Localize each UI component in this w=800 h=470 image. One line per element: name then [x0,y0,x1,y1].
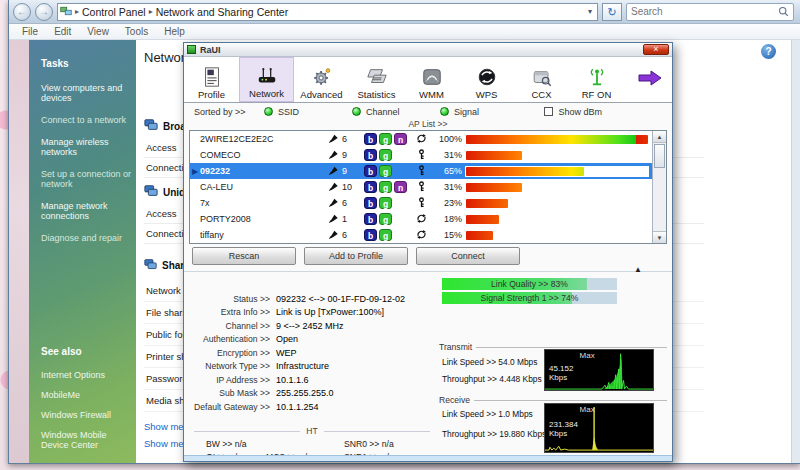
receive-link-speed: Link Speed >> 1.0 Mbps [442,409,544,419]
sort-led-icon [264,107,273,116]
toolbar-item[interactable]: RF ON [569,57,624,102]
breadcrumb[interactable]: ▸ Control Panel ▸ Network and Sharing Ce… [57,3,598,21]
ap-row[interactable]: 7x6bg23% [190,195,652,211]
see-also-link[interactable]: Windows Mobile Device Center [29,425,136,455]
wps-icon [476,65,498,89]
sort-option-label: SSID [278,107,299,117]
status-field-label: Network Type >> [186,361,270,371]
sort-option[interactable]: Signal [440,107,528,117]
status-field-value: Link is Up [TxPower:100%] [276,307,384,317]
ap-row[interactable]: CA-LEU10bgn31% [190,179,652,195]
toolbar-item[interactable]: WPS [459,57,514,102]
scroll-up-icon[interactable]: ▲ [653,131,666,143]
ap-row[interactable]: COMECO9bg31% [190,147,652,163]
forward-button[interactable]: → [35,3,53,21]
scroll-down-icon[interactable]: ▼ [653,231,666,243]
sort-option[interactable]: SSID [264,107,352,117]
toolbar-item[interactable]: Advanced [294,57,349,102]
search-icon[interactable] [778,3,789,21]
ht-bw: BW >> n/a [186,439,266,452]
status-field-value: 10.1.1.254 [276,402,319,412]
ap-row[interactable]: 2WIRE12CE2E2C6bgn100% [190,131,652,147]
see-also-section: See also Internet OptionsMobileMeWindows… [29,328,136,455]
ap-buttons-row: Rescan Add to Profile Connect [192,247,520,265]
security-key-icon [416,181,436,194]
status-field-value: Open [276,334,298,344]
toolbar-item[interactable]: Statistics [349,57,404,102]
show-dbm-label: Show dBm [558,107,602,117]
toolbar-item[interactable]: WMM [404,57,459,102]
ap-ssid: PORTY2008 [200,214,328,224]
ap-row[interactable]: PORTY20081bg18% [190,211,652,227]
ap-channel-number: 6 [342,134,347,144]
sidebar-task-link[interactable]: Diagnose and repair [29,227,136,249]
status-field: Network Type >> Infrastructure [186,360,438,374]
menu-item[interactable]: Tools [118,25,155,38]
toolbar-item[interactable]: CCX [514,57,569,102]
transmit-chart-max-unit: Kbps [549,373,567,382]
ap-row[interactable]: ▶0922329bg65% [190,163,652,179]
window-glass-frame [9,40,29,463]
sort-option[interactable]: Channel [352,107,440,117]
close-button[interactable]: × [643,44,669,55]
rescan-button[interactable]: Rescan [192,247,296,265]
refresh-button[interactable]: ↻ [602,3,622,21]
selected-row-marker: ▶ [190,167,200,176]
ap-row[interactable]: tiffany6bg15% [190,227,652,243]
toolbar-item-label: WPS [476,89,498,100]
link-quality-text: Link Quality >> 83% [442,278,617,290]
breadcrumb-dropdown-icon[interactable]: ▾ [585,7,595,16]
collapse-panel-button[interactable]: ▲ [622,265,654,274]
ap-list-rows: 2WIRE12CE2E2C6bgn100%COMECO9bg31%▶092232… [190,131,652,243]
receive-throughput: Throughput >> 19.880 Kbps [442,429,544,439]
signal-percent: 65% [436,166,466,176]
dialog-title: RaUI [200,45,221,55]
add-to-profile-button[interactable]: Add to Profile [304,247,408,265]
breadcrumb-chevron-icon: ▸ [75,7,79,16]
show-dbm-checkbox[interactable] [544,107,553,116]
status-field: Encryption >> WEP [186,346,438,360]
menu-item[interactable]: Edit [47,25,78,38]
scrollbar-thumb[interactable] [654,144,665,168]
signal-bar [466,183,648,192]
tasks-list: View computers and devicesConnect to a n… [29,77,136,249]
menu-item[interactable]: View [80,25,116,38]
ap-channel-number: 1 [342,214,347,224]
mode-b-badge: b [364,149,377,161]
search-input[interactable] [631,6,778,17]
main-scrollbar[interactable] [791,40,800,463]
sidebar-task-link[interactable]: Manage network connections [29,195,136,227]
status-field-label: Encryption >> [186,348,270,358]
sidebar-task-link[interactable]: Set up a connection or network [29,163,136,195]
menu-item[interactable]: File [15,25,45,38]
channel-icon [328,133,339,146]
sidebar-task-link[interactable]: Connect to a network [29,109,136,131]
dialog-bottom-strip [184,455,672,461]
toolbar-item[interactable]: Profile [184,57,239,102]
breadcrumb-root[interactable]: Control Panel [82,6,146,18]
channel-icon [328,149,339,162]
search-box[interactable] [626,3,794,21]
ap-list-scrollbar[interactable]: ▲ ▼ [652,131,666,243]
status-field-value: Infrastructure [276,361,329,371]
mode-b-badge: b [364,197,377,209]
see-also-link[interactable]: MobileMe [29,385,136,405]
help-icon[interactable]: ? [761,44,776,59]
mode-g-badge: g [379,213,392,225]
connect-button[interactable]: Connect [416,247,520,265]
next-page-arrow-button[interactable] [628,57,672,102]
sidebar-task-link[interactable]: Manage wireless networks [29,131,136,163]
breadcrumb-page[interactable]: Network and Sharing Center [156,6,289,18]
back-button[interactable]: ← [13,3,31,21]
show-dbm-option[interactable]: Show dBm [544,107,602,117]
mode-g-badge: g [379,197,392,209]
raui-app-icon [187,45,196,54]
dialog-titlebar[interactable]: RaUI × [184,43,672,57]
mode-b-badge: b [364,181,377,193]
toolbar-item[interactable]: Network [239,57,294,102]
sidebar-task-link[interactable]: View computers and devices [29,77,136,109]
menu-item[interactable]: Help [157,25,192,38]
see-also-link[interactable]: Internet Options [29,365,136,385]
see-also-link[interactable]: Windows Firewall [29,405,136,425]
tasks-header: Tasks [41,58,136,69]
